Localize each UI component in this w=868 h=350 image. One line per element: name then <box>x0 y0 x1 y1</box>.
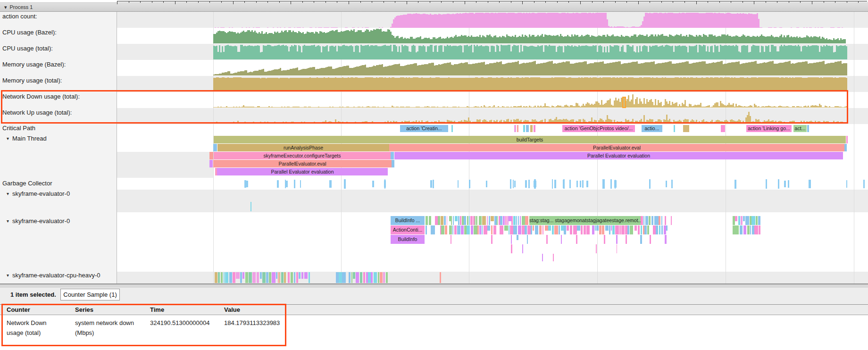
track-label-text: skyframe-evaluator-0 <box>12 190 70 197</box>
trace-span[interactable] <box>451 125 453 132</box>
span-act[interactable]: act... <box>793 125 807 132</box>
cell-value: 184.1793113323983 <box>224 318 328 328</box>
trace-span[interactable] <box>674 125 675 132</box>
track-label-main-thread[interactable]: ▾Main Thread <box>7 135 47 142</box>
triangle-down-icon: ▾ <box>7 273 9 278</box>
col-header-time: Time <box>150 306 221 313</box>
trace-span[interactable] <box>514 125 516 132</box>
cell-time: 324190.51300000004 <box>150 318 221 328</box>
track-label-text: CPU usage (total): <box>2 45 53 52</box>
track-label-garbage-collector: Garbage Collector <box>2 180 52 187</box>
span-cluster[interactable] <box>288 272 310 283</box>
span-action-genobjcprotos-video[interactable]: action 'GenObjcProtos video/... <box>562 125 635 132</box>
trace-span[interactable] <box>391 152 394 159</box>
span-buildtargets[interactable]: buildTargets <box>214 136 846 143</box>
trace-span[interactable] <box>844 144 847 151</box>
col-header-value: Value <box>224 306 328 313</box>
trace-span[interactable] <box>721 125 725 132</box>
span-actionconti[interactable]: ActionConti... <box>391 225 425 234</box>
track-label-text: skyframe-evaluator-0 <box>12 217 70 225</box>
span-cluster[interactable] <box>426 216 447 225</box>
trace-span[interactable] <box>534 125 535 132</box>
span-action-linking-go[interactable]: action 'Linking go... <box>746 125 792 132</box>
track-label-skyframe-evaluator-0[interactable]: ▾skyframe-evaluator-0 <box>7 190 70 197</box>
track-label-text: Network Down usage (total): <box>2 93 80 100</box>
cell-series: system network down (Mbps) <box>75 318 142 338</box>
trace-span[interactable] <box>517 125 518 132</box>
trace-span[interactable] <box>209 152 213 159</box>
track-label-text: Garbage Collector <box>2 180 52 187</box>
span-parallel-evaluator-evaluation[interactable]: Parallel Evaluator evaluation <box>394 152 843 159</box>
cell-counter: Network Down usage (total) <box>7 318 64 338</box>
chart-action-count[interactable] <box>215 13 843 28</box>
span-action-creatin[interactable]: action 'Creatin... <box>400 125 448 132</box>
trace-span[interactable] <box>392 160 394 167</box>
trace-span[interactable] <box>526 125 529 132</box>
chart-network-up-usage[interactable] <box>213 112 847 124</box>
track-label-memory-usage-bazel: Memory usage (Bazel): <box>2 61 66 68</box>
track-label-network-up-usage-total: Network Up usage (total): <box>2 109 72 116</box>
span-skyframeexecutor-configuretargets[interactable]: skyframeExecutor.configureTargets <box>214 152 391 159</box>
track-label-skyframe-evaluator-cpu-heavy-0[interactable]: ▾skyframe-evaluator-cpu-heavy-0 <box>7 272 100 279</box>
detail-table-header: Counter Series Time Value <box>0 304 868 315</box>
detail-panel: 1 item selected. Counter Sample (1) Coun… <box>0 288 868 350</box>
span-parallelevaluator-eval[interactable]: ParallelEvaluator.eval <box>213 160 392 167</box>
span-cluster[interactable] <box>733 216 760 225</box>
track-label-cpu-usage-bazel: CPU usage (Bazel): <box>2 29 57 36</box>
triangle-down-icon: ▾ <box>7 136 9 141</box>
span-cluster[interactable] <box>641 216 672 225</box>
span-buildinfo[interactable]: BuildInfo ... <box>391 216 425 225</box>
chart-cpu-usage-bazel[interactable] <box>213 29 846 43</box>
span-cluster[interactable] <box>451 235 667 244</box>
trace-span[interactable] <box>530 125 533 132</box>
selection-status: 1 item selected. <box>10 289 56 300</box>
trace-span[interactable] <box>209 160 213 167</box>
span-cluster[interactable] <box>336 272 388 283</box>
chart-network-down-usage[interactable] <box>213 94 847 108</box>
chart-memory-usage-bazel[interactable] <box>213 61 847 75</box>
track-label-skyframe-evaluator-0[interactable]: ▾skyframe-evaluator-0 <box>7 217 70 225</box>
track-label-text: CPU usage (Bazel): <box>2 29 57 36</box>
span-cluster[interactable] <box>511 244 617 253</box>
span-cluster[interactable] <box>426 225 447 234</box>
track-label-text: Network Up usage (total): <box>2 109 72 116</box>
col-header-series: Series <box>75 306 142 313</box>
span-parallel-evaluator-evaluation[interactable]: Parallel Evaluator evaluation <box>217 168 388 175</box>
track-label-memory-usage-total: Memory usage (total): <box>2 77 62 84</box>
trace-span[interactable] <box>250 202 251 211</box>
trace-span[interactable] <box>807 125 809 132</box>
span-cluster[interactable] <box>215 272 287 283</box>
trace-viewer: ▾ Process 1 action count:CPU usage (Baze… <box>0 0 868 350</box>
track-label-text: Memory usage (Bazel): <box>2 61 66 68</box>
col-header-counter: Counter <box>7 306 64 313</box>
selected-sample-marker[interactable] <box>623 97 626 108</box>
span-actio[interactable]: actio... <box>642 125 662 132</box>
track-label-text: skyframe-evaluator-cpu-heavy-0 <box>12 272 100 279</box>
track-label-text: Critical Path <box>2 125 35 132</box>
track-label-critical-path: Critical Path <box>2 125 35 132</box>
trace-span[interactable] <box>846 136 848 143</box>
triangle-down-icon: ▾ <box>7 191 9 196</box>
span-cluster[interactable] <box>733 225 760 234</box>
chart-garbage-collector[interactable] <box>244 179 865 189</box>
span-buildinfo[interactable]: BuildInfo <box>391 235 425 244</box>
span-stag-stag-stagagemonatstagjagateestage-remot[interactable]: stag:stag... stagagemonatstagjagateestag… <box>529 216 641 225</box>
trace-span[interactable] <box>213 144 217 151</box>
track-label-cpu-usage-total: CPU usage (total): <box>2 45 53 52</box>
tab-counter-sample[interactable]: Counter Sample (1) <box>60 289 120 300</box>
triangle-down-icon: ▾ <box>7 218 9 224</box>
trace-span[interactable] <box>683 125 689 132</box>
chart-memory-usage-total[interactable] <box>213 77 847 92</box>
track-label-text: Main Thread <box>12 135 47 142</box>
span-cluster[interactable] <box>440 272 441 283</box>
span-parallelevaluator-eval[interactable]: ParallelEvaluator.eval <box>389 144 844 151</box>
chart-cpu-usage-total[interactable] <box>213 45 847 59</box>
span-cluster[interactable] <box>449 225 668 234</box>
span-cluster[interactable] <box>449 216 528 225</box>
span-cluster[interactable] <box>542 254 554 261</box>
trace-span[interactable] <box>523 125 525 132</box>
span-runanalysisphase[interactable]: runAnalysisPhase <box>217 144 389 151</box>
track-label-text: Memory usage (total): <box>2 77 62 84</box>
timeline-ruler[interactable] <box>117 0 868 4</box>
track-label-panel: action count:CPU usage (Bazel):CPU usage… <box>0 12 117 284</box>
